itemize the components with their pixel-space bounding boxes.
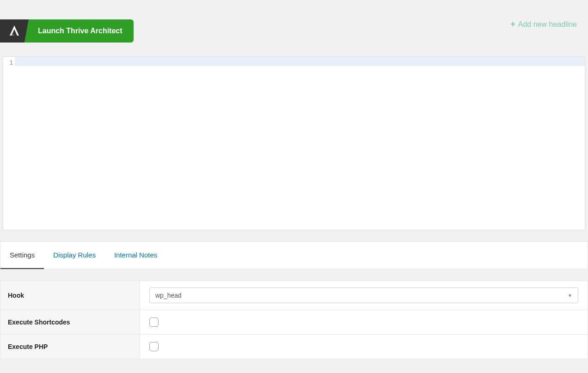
hook-select-value: wp_head xyxy=(155,292,182,299)
execute-shortcodes-checkbox[interactable] xyxy=(149,318,159,327)
line-number: 1 xyxy=(3,59,13,66)
execute-php-checkbox[interactable] xyxy=(149,342,159,351)
execute-php-value-cell xyxy=(140,335,588,359)
launch-thrive-architect-button[interactable]: Launch Thrive Architect xyxy=(24,19,134,43)
thrive-architect-logo-icon xyxy=(7,24,22,38)
hook-label: Hook xyxy=(0,281,140,310)
tab-settings[interactable]: Settings xyxy=(0,242,44,269)
add-headline-label: Add new headline xyxy=(518,20,577,29)
editor-gutter: 1 xyxy=(3,57,15,230)
settings-table: Hook wp_head ▼ Execute Shortcodes Execut… xyxy=(0,281,588,359)
hook-value-cell: wp_head ▼ xyxy=(140,281,588,310)
setting-row-execute-shortcodes: Execute Shortcodes xyxy=(0,310,588,335)
editor-content[interactable] xyxy=(15,57,585,230)
setting-row-hook: Hook wp_head ▼ xyxy=(0,281,588,310)
top-section: + Add new headline Launch Thrive Archite… xyxy=(0,19,588,230)
tab-internal-notes[interactable]: Internal Notes xyxy=(105,242,166,269)
code-editor[interactable]: 1 xyxy=(3,56,585,230)
launch-button-wrapper: Launch Thrive Architect xyxy=(0,19,588,43)
execute-php-label: Execute PHP xyxy=(0,335,140,359)
add-headline-link[interactable]: + Add new headline xyxy=(510,19,577,29)
thrive-logo-box xyxy=(0,19,29,43)
plus-icon: + xyxy=(510,19,515,29)
chevron-down-icon: ▼ xyxy=(568,293,572,298)
tab-display-rules[interactable]: Display Rules xyxy=(44,242,105,269)
hook-select[interactable]: wp_head ▼ xyxy=(149,287,578,303)
execute-shortcodes-label: Execute Shortcodes xyxy=(0,310,140,334)
setting-row-execute-php: Execute PHP xyxy=(0,335,588,359)
editor-active-line xyxy=(15,57,585,66)
execute-shortcodes-value-cell xyxy=(140,310,588,334)
tabs-section: Settings Display Rules Internal Notes xyxy=(0,241,588,269)
